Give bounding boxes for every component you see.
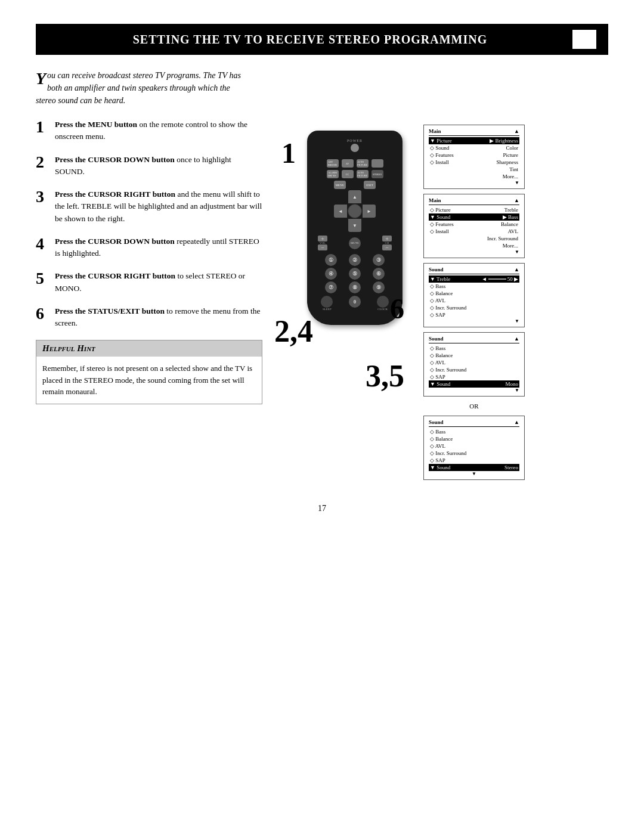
screen-3-title-text: Sound <box>429 267 444 272</box>
step-2-number: 2 <box>36 154 48 171</box>
s2r2-label: ▼ Sound <box>430 214 450 220</box>
overlay-num-1: 1 <box>281 137 296 169</box>
s4r3-label: ◇ AVL <box>430 360 445 366</box>
s5r6-value: Stereo <box>504 465 518 470</box>
right-layout: 1 2,4 6 3,5 POWER <box>274 119 608 480</box>
num-1[interactable]: ① <box>325 254 337 266</box>
overlay-num-6: 6 <box>390 292 404 325</box>
s3r2-label: ◇ Bass <box>430 283 445 289</box>
screen-3: Sound ▲ ▼ Treble ◄ 50 ▶ ◇ Bass <box>423 263 525 327</box>
step-2-bold: Press the CURSOR DOWN button <box>55 155 175 164</box>
screen-4: Sound ▲ ◇ Bass ◇ Balance ◇ AVL <box>423 332 525 397</box>
screen-3-row-3: ◇ Balance <box>429 290 519 297</box>
step-4-bold: Press the CURSOR DOWN button <box>55 237 175 246</box>
sleep-button[interactable] <box>321 296 333 308</box>
num-7[interactable]: ⑦ <box>325 281 337 293</box>
ch-minus[interactable]: − <box>382 244 392 250</box>
screen-4-row-4: ◇ Incr. Surround <box>429 366 519 373</box>
screen-2-row-3: ◇ Features Balance <box>429 221 519 228</box>
remote-btn-alarm[interactable]: ALARMBRT RS <box>327 170 339 178</box>
power-button[interactable] <box>351 144 359 152</box>
screen-2-arrow: ▲ <box>514 197 519 203</box>
remote-btn-2[interactable]: AV <box>342 159 354 168</box>
page-number: 17 <box>318 504 326 513</box>
screens-column: Main ▲ ▼ Picture ▶ Brightness ◇ Sound Co… <box>423 125 525 480</box>
screen-1-arrow: ▲ <box>514 128 519 134</box>
remote-btn-menu[interactable]: MENU <box>334 181 346 189</box>
sleep-btn-group: SLEEP <box>321 296 333 311</box>
screen-5-row-2: ◇ Balance <box>429 435 519 442</box>
screen-1-title: Main ▲ <box>429 128 519 136</box>
s3r1-value: ◄ 50 ▶ <box>482 276 518 282</box>
dpad-left-button[interactable]: ◄ <box>334 205 347 218</box>
screen-5-row-4: ◇ Incr. Surround <box>429 450 519 457</box>
s1r1-label: ▼ Picture <box>430 138 452 144</box>
screen-5-row-5: ◇ SAP <box>429 457 519 464</box>
screen-2-row-1: ◇ Picture Treble <box>429 206 519 213</box>
s4r5-label: ◇ SAP <box>430 374 445 380</box>
right-column: 1 2,4 6 3,5 POWER <box>274 119 608 480</box>
helpful-hint-title: Helpful Hint <box>36 340 262 357</box>
step-6-bold: Press the STATUS/EXIT button <box>55 306 165 315</box>
num-4[interactable]: ④ <box>325 268 337 280</box>
screen-1-row-3: ◇ Features Picture <box>429 151 519 159</box>
s1r2-label: ◇ Sound <box>430 145 449 151</box>
s4r2-label: ◇ Balance <box>430 352 453 358</box>
screen-3-title: Sound ▲ <box>429 267 519 274</box>
s1r5-value: Tint <box>509 166 518 172</box>
s5r2-label: ◇ Balance <box>430 436 453 442</box>
s3r6-label: ◇ SAP <box>430 312 445 318</box>
remote-btn-auto[interactable]: AUTOPICTURE <box>357 170 369 178</box>
remote-btn-3[interactable]: AUTOPICTURE <box>357 159 369 168</box>
intro-paragraph: You can receive broadcast stereo TV prog… <box>36 69 250 107</box>
screen-4-title: Sound ▲ <box>429 336 519 343</box>
vol-minus[interactable]: − <box>318 244 327 250</box>
num-8[interactable]: ⑧ <box>349 281 361 293</box>
remote-btn-1[interactable]: ANTBRD/MS <box>327 159 339 168</box>
remote-area: 1 2,4 6 3,5 POWER <box>274 119 405 480</box>
screen-3-down-arrow: ▼ <box>429 318 519 324</box>
num-3[interactable]: ③ <box>373 254 385 266</box>
mute-button[interactable]: MUTE <box>349 237 361 249</box>
s4r1-label: ◇ Bass <box>430 345 445 351</box>
helpful-hint-title-text: Helpful Hint <box>42 343 95 353</box>
num-2[interactable]: ② <box>349 254 361 266</box>
remote-btn-cc[interactable]: CC <box>342 170 354 178</box>
sleep-label: SLEEP <box>321 308 333 311</box>
vol-plus[interactable]: + <box>318 236 327 241</box>
num-9[interactable]: ⑨ <box>373 281 385 293</box>
vol-controls: + VOL − <box>318 236 327 250</box>
ch-plus[interactable]: + <box>382 236 392 241</box>
screen-3-row-4: ◇ AVL <box>429 297 519 304</box>
screen-2-down-arrow: ▼ <box>429 249 519 255</box>
screen-4-row-2: ◇ Balance <box>429 352 519 359</box>
remote-body: POWER ANTBRD/MS AV AUTOPICTURE <box>307 131 402 325</box>
screen-2-row-2: ▼ Sound ▶ Bass <box>429 213 519 221</box>
screen-5-row-3: ◇ AVL <box>429 442 519 450</box>
clock-button[interactable] <box>377 296 389 308</box>
screen-5-title-text: Sound <box>429 419 444 425</box>
step-2: 2 Press the CURSOR DOWN button once to h… <box>36 154 262 178</box>
remote-btn-stereo[interactable]: STEREO <box>371 170 383 178</box>
step-6-number: 6 <box>36 305 48 322</box>
screen-3-arrow: ▲ <box>514 267 519 272</box>
num-6[interactable]: ⑥ <box>373 268 385 280</box>
s3r5-label: ◇ Incr. Surround <box>430 305 466 311</box>
screen-1-row-6: More... <box>429 173 519 180</box>
dpad-up-button[interactable]: ▲ <box>348 190 361 203</box>
screen-2-title-text: Main <box>429 197 441 203</box>
screen-1-row-5: Tint <box>429 166 519 173</box>
remote-btn-exit[interactable]: EXIT <box>364 181 376 189</box>
screen-4-row-6: ▼ Sound Mono <box>429 380 519 388</box>
screen-3-row-1: ▼ Treble ◄ 50 ▶ <box>429 275 519 283</box>
num-5[interactable]: ⑤ <box>349 268 361 280</box>
s1r3-label: ◇ Features <box>430 152 454 158</box>
screen-5-row-6: ▼ Sound Stereo <box>429 464 519 471</box>
screen-4-down-arrow: ▼ <box>429 388 519 393</box>
num-0[interactable]: 0 <box>349 296 361 308</box>
remote-btn-4[interactable] <box>371 159 383 168</box>
dpad-right-button[interactable]: ► <box>363 205 376 218</box>
dpad-down-button[interactable]: ▼ <box>348 219 361 232</box>
s3r4-label: ◇ AVL <box>430 298 445 304</box>
screen-2-row-6: More... <box>429 242 519 249</box>
